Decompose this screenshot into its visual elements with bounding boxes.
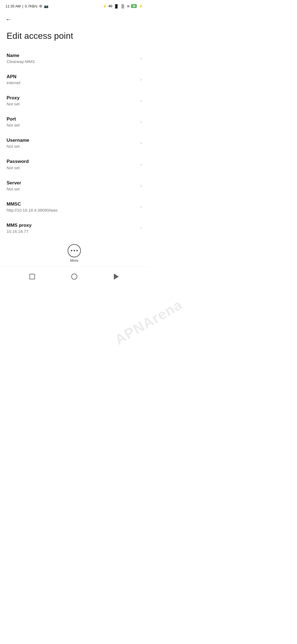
settings-item-proxy[interactable]: Proxy Not set › — [7, 90, 142, 111]
more-dots-icon — [71, 250, 78, 251]
settings-label-mmsc: MMSC — [7, 201, 138, 207]
settings-value-apn: internet — [7, 80, 138, 85]
settings-item-password-content: Password Not set — [7, 159, 138, 170]
bottom-nav — [0, 266, 148, 287]
settings-item-username-content: Username Not set — [7, 137, 138, 149]
settings-label-server: Server — [7, 180, 138, 186]
settings-value-mms-proxy: 10.16.18.77 — [7, 229, 138, 234]
dot3 — [76, 250, 78, 251]
settings-icon: ⚙ — [39, 4, 42, 8]
nav-back-button[interactable] — [110, 271, 122, 283]
settings-value-username: Not set — [7, 144, 138, 149]
chevron-icon-proxy: › — [140, 98, 142, 103]
chevron-icon-password: › — [140, 162, 142, 167]
back-button[interactable]: ← — [6, 15, 14, 24]
dot2 — [74, 250, 75, 251]
nav-home-button[interactable] — [68, 271, 80, 283]
dot1 — [71, 250, 72, 251]
settings-label-apn: APN — [7, 74, 138, 80]
chevron-icon-server: › — [140, 183, 142, 189]
settings-label-mms-proxy: MMS proxy — [7, 222, 138, 228]
status-bar: 11:35 AM | 0.7KB/s ⚙ 📷 ⚡ 4G ▐▌ ▐▌ ≋ 38 ⚡ — [0, 0, 148, 11]
nav-recents-button[interactable] — [26, 271, 38, 283]
settings-value-server: Not set — [7, 187, 138, 191]
page-title: Edit access point — [0, 27, 148, 48]
square-icon — [29, 274, 35, 279]
settings-item-proxy-content: Proxy Not set — [7, 95, 138, 106]
watermark: APNArena — [112, 296, 148, 322]
status-left: 11:35 AM | 0.7KB/s ⚙ 📷 — [6, 4, 48, 8]
settings-value-password: Not set — [7, 165, 138, 170]
chevron-icon-username: › — [140, 140, 142, 146]
chevron-icon-name: › — [140, 55, 142, 61]
settings-list: Name Clearway-MMS › APN internet › Proxy… — [0, 48, 148, 239]
settings-value-port: Not set — [7, 123, 138, 127]
settings-item-mmsc-content: MMSC http://10.16.18.4:38090/was — [7, 201, 138, 212]
more-section: More — [0, 239, 148, 266]
settings-label-username: Username — [7, 137, 138, 143]
wifi-icon: ≋ — [127, 4, 130, 8]
chevron-icon-mms-proxy: › — [140, 225, 142, 231]
settings-item-apn-content: APN internet — [7, 74, 138, 85]
chevron-icon-mmsc: › — [140, 204, 142, 210]
settings-label-proxy: Proxy — [7, 95, 138, 101]
settings-item-mmsc[interactable]: MMSC http://10.16.18.4:38090/was › — [7, 196, 142, 217]
more-button[interactable] — [68, 244, 81, 257]
time: 11:35 AM — [6, 4, 21, 8]
settings-label-name: Name — [7, 53, 138, 59]
circle-icon — [71, 274, 77, 280]
settings-item-apn[interactable]: APN internet › — [7, 69, 142, 90]
battery-indicator: 38 — [131, 4, 137, 8]
settings-item-name-content: Name Clearway-MMS — [7, 53, 138, 64]
settings-label-password: Password — [7, 159, 138, 165]
settings-value-proxy: Not set — [7, 102, 138, 106]
settings-item-mms-proxy[interactable]: MMS proxy 10.16.18.77 › — [7, 217, 142, 239]
settings-label-port: Port — [7, 116, 138, 122]
signal-bars-icon: ▐▌ — [114, 4, 119, 8]
settings-item-name[interactable]: Name Clearway-MMS › — [7, 48, 142, 69]
settings-item-username[interactable]: Username Not set › — [7, 132, 142, 154]
settings-item-mms-proxy-content: MMS proxy 10.16.18.77 — [7, 222, 138, 234]
charging-icon: ⚡ — [139, 4, 143, 8]
settings-value-name: Clearway-MMS — [7, 59, 138, 64]
more-label: More — [70, 258, 78, 263]
header: ← — [0, 11, 148, 27]
signal-bars2-icon: ▐▌ — [120, 4, 125, 8]
network-icon: 4G — [108, 4, 112, 8]
settings-item-server[interactable]: Server Not set › — [7, 175, 142, 196]
settings-item-port[interactable]: Port Not set › — [7, 111, 142, 132]
settings-item-port-content: Port Not set — [7, 116, 138, 127]
triangle-icon — [114, 274, 119, 280]
data-speed: 0.7KB/s — [25, 4, 37, 8]
camera-icon: 📷 — [44, 4, 48, 8]
speed: | — [22, 4, 23, 8]
settings-item-password[interactable]: Password Not set › — [7, 154, 142, 175]
settings-item-server-content: Server Not set — [7, 180, 138, 191]
settings-value-mmsc: http://10.16.18.4:38090/was — [7, 208, 138, 212]
chevron-icon-apn: › — [140, 77, 142, 82]
chevron-icon-port: › — [140, 119, 142, 125]
status-right: ⚡ 4G ▐▌ ▐▌ ≋ 38 ⚡ — [103, 4, 143, 8]
bluetooth-icon: ⚡ — [103, 4, 107, 8]
